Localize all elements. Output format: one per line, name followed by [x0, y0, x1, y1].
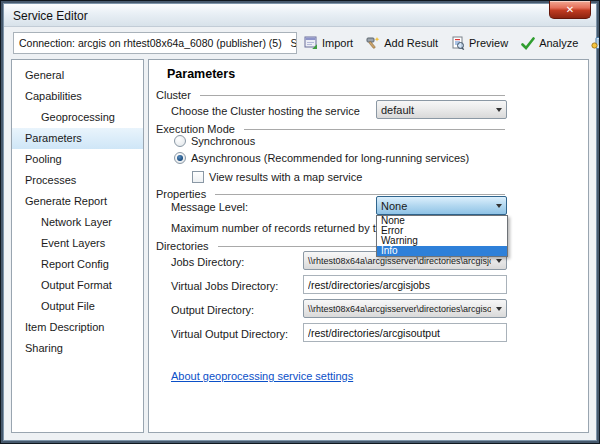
publish-icon — [591, 36, 600, 50]
radio-selected-icon — [174, 152, 186, 164]
chevron-down-icon — [491, 300, 506, 317]
sidebar-item-event-layers[interactable]: Event Layers — [12, 233, 143, 254]
virtual-jobs-directory-label: Virtual Jobs Directory: — [171, 280, 278, 292]
service-editor-window: Service Editor ✕ Connection: arcgis on r… — [0, 0, 600, 444]
asynchronous-radio-label: Asynchronous (Recommended for long-runni… — [191, 152, 469, 164]
synchronous-radio[interactable]: Synchronous — [174, 135, 255, 147]
add-result-label: Add Result — [384, 37, 438, 49]
sidebar-item-parameters[interactable]: Parameters — [12, 128, 143, 149]
output-directory-label: Output Directory: — [171, 304, 254, 316]
sidebar-item-generate-report[interactable]: Generate Report — [12, 191, 143, 212]
jobs-directory-label: Jobs Directory: — [171, 256, 244, 268]
cluster-select-value: default — [377, 104, 491, 116]
sidebar-item-item-description[interactable]: Item Description — [12, 317, 143, 338]
sidebar-item-network-layer[interactable]: Network Layer — [12, 212, 143, 233]
sidebar-item-capabilities[interactable]: Capabilities — [12, 86, 143, 107]
cluster-row-label: Choose the Cluster hosting the service — [171, 105, 360, 117]
sidebar-item-output-format[interactable]: Output Format — [12, 275, 143, 296]
execution-mode-group-label: Execution Mode — [156, 123, 235, 135]
sidebar-item-sharing[interactable]: Sharing — [12, 338, 143, 359]
parameters-panel: Parameters Cluster Choose the Cluster ho… — [148, 59, 589, 433]
add-result-icon — [366, 36, 380, 50]
sidebar-item-report-config[interactable]: Report Config — [12, 254, 143, 275]
analyze-icon — [521, 37, 535, 50]
title-bar: Service Editor — [4, 4, 596, 27]
import-icon — [304, 36, 318, 50]
sidebar-item-processes[interactable]: Processes — [12, 170, 143, 191]
view-results-checkbox-label: View results with a map service — [209, 171, 362, 183]
sidebar-item-geoprocessing[interactable]: Geoprocessing — [12, 107, 143, 128]
publish-button[interactable]: Publish — [591, 36, 600, 50]
group-divider — [215, 194, 505, 195]
analyze-label: Analyze — [539, 37, 578, 49]
sidebar-item-general[interactable]: General — [12, 65, 143, 86]
sidebar-item-pooling[interactable]: Pooling — [12, 149, 143, 170]
group-divider — [244, 129, 505, 130]
synchronous-radio-label: Synchronous — [191, 135, 255, 147]
jobs-directory-value: \\rhtest08x64a\arcgisserver\directories\… — [304, 256, 491, 266]
preview-button[interactable]: Preview — [451, 36, 508, 50]
settings-nav: General Capabilities Geoprocessing Param… — [11, 59, 144, 433]
message-level-dropdown-list: None Error Warning Info — [376, 215, 508, 257]
output-directory-select[interactable]: \\rhtest08x64a\arcgisserver\directories\… — [303, 299, 507, 318]
cluster-group-label: Cluster — [156, 89, 191, 101]
chevron-down-icon — [491, 101, 506, 118]
virtual-jobs-directory-input[interactable] — [303, 275, 507, 294]
page-title: Parameters — [167, 67, 235, 81]
execution-mode-group-header: Execution Mode — [156, 123, 505, 135]
sidebar-item-output-file[interactable]: Output File — [12, 296, 143, 317]
dropdown-option-info[interactable]: Info — [377, 246, 507, 256]
import-button[interactable]: Import — [304, 36, 353, 50]
checkbox-unchecked-icon — [192, 171, 204, 183]
add-result-button[interactable]: Add Result — [366, 36, 438, 50]
output-directory-value: \\rhtest08x64a\arcgisserver\directories\… — [304, 304, 491, 314]
close-button[interactable]: ✕ — [549, 1, 591, 19]
asynchronous-radio[interactable]: Asynchronous (Recommended for long-runni… — [174, 152, 469, 164]
preview-icon — [451, 36, 465, 50]
window-title: Service Editor — [13, 9, 88, 23]
analyze-button[interactable]: Analyze — [521, 37, 578, 50]
about-geoprocessing-link[interactable]: About geoprocessing service settings — [171, 370, 353, 382]
group-divider — [200, 95, 505, 96]
virtual-output-directory-input[interactable] — [303, 323, 507, 342]
properties-group-label: Properties — [156, 188, 206, 200]
message-level-label: Message Level: — [171, 201, 248, 213]
preview-label: Preview — [469, 37, 508, 49]
message-level-value: None — [377, 200, 491, 212]
connection-input[interactable]: Connection: arcgis on rhtest08x64a_6080 … — [13, 32, 297, 54]
radio-unselected-icon — [174, 135, 186, 147]
virtual-output-directory-label: Virtual Output Directory: — [171, 328, 288, 340]
chevron-down-icon — [491, 197, 506, 214]
view-results-checkbox[interactable]: View results with a map service — [192, 171, 362, 183]
toolbar: Import Add Result Preview Analyze Publis… — [304, 31, 600, 55]
message-level-select[interactable]: None — [376, 196, 507, 215]
import-label: Import — [322, 37, 353, 49]
cluster-select[interactable]: default — [376, 100, 507, 119]
directories-group-label: Directories — [156, 240, 209, 252]
